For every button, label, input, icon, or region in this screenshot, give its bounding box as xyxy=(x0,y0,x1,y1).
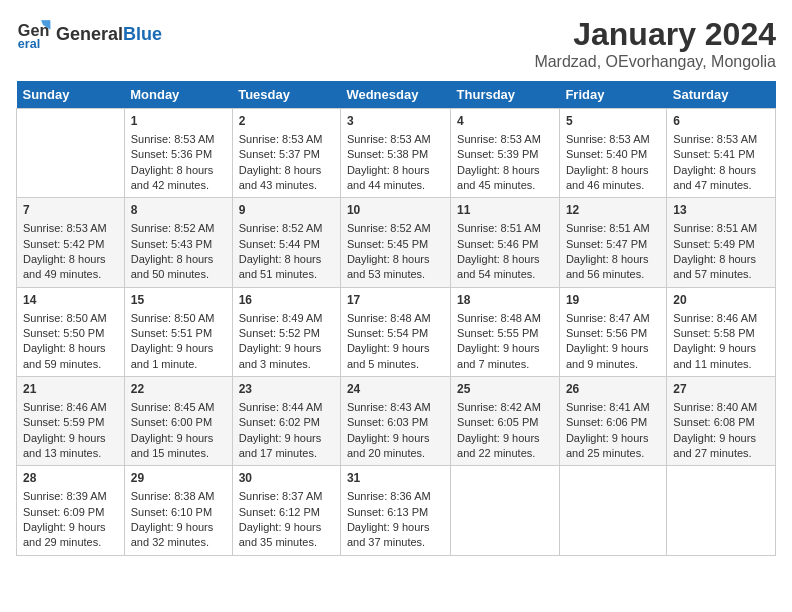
cell-info-line: Sunrise: 8:52 AM xyxy=(239,221,334,236)
calendar-cell: 14Sunrise: 8:50 AMSunset: 5:50 PMDayligh… xyxy=(17,287,125,376)
cell-info-line: Sunrise: 8:41 AM xyxy=(566,400,660,415)
calendar-header-row: SundayMondayTuesdayWednesdayThursdayFrid… xyxy=(17,81,776,109)
cell-info-line: Sunrise: 8:48 AM xyxy=(347,311,444,326)
calendar-table: SundayMondayTuesdayWednesdayThursdayFrid… xyxy=(16,81,776,556)
calendar-cell: 4Sunrise: 8:53 AMSunset: 5:39 PMDaylight… xyxy=(451,109,560,198)
logo: Gen eral General Blue xyxy=(16,16,162,52)
calendar-cell: 1Sunrise: 8:53 AMSunset: 5:36 PMDaylight… xyxy=(124,109,232,198)
day-number: 7 xyxy=(23,202,118,219)
cell-info-line: Sunset: 5:40 PM xyxy=(566,147,660,162)
cell-info-line: Sunrise: 8:53 AM xyxy=(347,132,444,147)
cell-info-line: and 15 minutes. xyxy=(131,446,226,461)
cell-info-line: and 44 minutes. xyxy=(347,178,444,193)
week-row-4: 28Sunrise: 8:39 AMSunset: 6:09 PMDayligh… xyxy=(17,466,776,555)
location-title: Mardzad, OEvorhangay, Mongolia xyxy=(534,53,776,71)
col-header-sunday: Sunday xyxy=(17,81,125,109)
calendar-cell: 21Sunrise: 8:46 AMSunset: 5:59 PMDayligh… xyxy=(17,377,125,466)
calendar-cell: 12Sunrise: 8:51 AMSunset: 5:47 PMDayligh… xyxy=(559,198,666,287)
calendar-cell: 29Sunrise: 8:38 AMSunset: 6:10 PMDayligh… xyxy=(124,466,232,555)
cell-info-line: and 17 minutes. xyxy=(239,446,334,461)
calendar-cell: 19Sunrise: 8:47 AMSunset: 5:56 PMDayligh… xyxy=(559,287,666,376)
day-number: 1 xyxy=(131,113,226,130)
col-header-friday: Friday xyxy=(559,81,666,109)
cell-info-line: and 46 minutes. xyxy=(566,178,660,193)
cell-info-line: and 35 minutes. xyxy=(239,535,334,550)
cell-info-line: Daylight: 8 hours xyxy=(23,341,118,356)
cell-info-line: Sunrise: 8:51 AM xyxy=(457,221,553,236)
cell-info-line: and 22 minutes. xyxy=(457,446,553,461)
cell-info-line: Sunset: 5:56 PM xyxy=(566,326,660,341)
day-number: 16 xyxy=(239,292,334,309)
logo-icon: Gen eral xyxy=(16,16,52,52)
calendar-cell xyxy=(559,466,666,555)
day-number: 11 xyxy=(457,202,553,219)
cell-info-line: and 32 minutes. xyxy=(131,535,226,550)
cell-info-line: Sunrise: 8:50 AM xyxy=(23,311,118,326)
day-number: 24 xyxy=(347,381,444,398)
cell-info-line: Daylight: 8 hours xyxy=(239,252,334,267)
cell-info-line: Sunrise: 8:37 AM xyxy=(239,489,334,504)
day-number: 14 xyxy=(23,292,118,309)
calendar-cell: 3Sunrise: 8:53 AMSunset: 5:38 PMDaylight… xyxy=(340,109,450,198)
day-number: 6 xyxy=(673,113,769,130)
day-number: 17 xyxy=(347,292,444,309)
logo-blue-text: Blue xyxy=(123,24,162,45)
day-number: 4 xyxy=(457,113,553,130)
cell-info-line: Sunrise: 8:39 AM xyxy=(23,489,118,504)
cell-info-line: and 3 minutes. xyxy=(239,357,334,372)
cell-info-line: Sunset: 5:41 PM xyxy=(673,147,769,162)
calendar-cell: 6Sunrise: 8:53 AMSunset: 5:41 PMDaylight… xyxy=(667,109,776,198)
calendar-cell: 11Sunrise: 8:51 AMSunset: 5:46 PMDayligh… xyxy=(451,198,560,287)
cell-info-line: Sunrise: 8:47 AM xyxy=(566,311,660,326)
cell-info-line: Daylight: 8 hours xyxy=(347,163,444,178)
day-number: 30 xyxy=(239,470,334,487)
cell-info-line: Sunrise: 8:44 AM xyxy=(239,400,334,415)
cell-info-line: Daylight: 9 hours xyxy=(566,431,660,446)
calendar-cell xyxy=(667,466,776,555)
cell-info-line: Sunset: 6:05 PM xyxy=(457,415,553,430)
calendar-cell: 10Sunrise: 8:52 AMSunset: 5:45 PMDayligh… xyxy=(340,198,450,287)
day-number: 3 xyxy=(347,113,444,130)
calendar-cell: 31Sunrise: 8:36 AMSunset: 6:13 PMDayligh… xyxy=(340,466,450,555)
cell-info-line: Sunrise: 8:52 AM xyxy=(131,221,226,236)
cell-info-line: and 51 minutes. xyxy=(239,267,334,282)
calendar-cell: 9Sunrise: 8:52 AMSunset: 5:44 PMDaylight… xyxy=(232,198,340,287)
cell-info-line: and 5 minutes. xyxy=(347,357,444,372)
cell-info-line: Daylight: 9 hours xyxy=(131,341,226,356)
day-number: 13 xyxy=(673,202,769,219)
cell-info-line: Sunset: 5:51 PM xyxy=(131,326,226,341)
cell-info-line: Sunrise: 8:38 AM xyxy=(131,489,226,504)
cell-info-line: Sunrise: 8:49 AM xyxy=(239,311,334,326)
calendar-cell: 16Sunrise: 8:49 AMSunset: 5:52 PMDayligh… xyxy=(232,287,340,376)
cell-info-line: Sunrise: 8:51 AM xyxy=(673,221,769,236)
day-number: 26 xyxy=(566,381,660,398)
cell-info-line: Daylight: 9 hours xyxy=(673,341,769,356)
cell-info-line: Sunrise: 8:53 AM xyxy=(239,132,334,147)
logo-general-text: General xyxy=(56,24,123,45)
month-title: January 2024 xyxy=(534,16,776,53)
cell-info-line: Sunset: 5:44 PM xyxy=(239,237,334,252)
cell-info-line: Daylight: 8 hours xyxy=(457,163,553,178)
cell-info-line: Sunrise: 8:53 AM xyxy=(566,132,660,147)
cell-info-line: Sunset: 6:09 PM xyxy=(23,505,118,520)
cell-info-line: Daylight: 8 hours xyxy=(673,252,769,267)
cell-info-line: and 42 minutes. xyxy=(131,178,226,193)
cell-info-line: and 1 minute. xyxy=(131,357,226,372)
cell-info-line: and 45 minutes. xyxy=(457,178,553,193)
col-header-monday: Monday xyxy=(124,81,232,109)
cell-info-line: Daylight: 9 hours xyxy=(347,341,444,356)
cell-info-line: Sunset: 5:59 PM xyxy=(23,415,118,430)
cell-info-line: Daylight: 9 hours xyxy=(23,520,118,535)
cell-info-line: Sunrise: 8:50 AM xyxy=(131,311,226,326)
cell-info-line: Daylight: 8 hours xyxy=(566,252,660,267)
cell-info-line: Sunset: 5:38 PM xyxy=(347,147,444,162)
cell-info-line: Daylight: 8 hours xyxy=(347,252,444,267)
cell-info-line: Sunrise: 8:53 AM xyxy=(131,132,226,147)
cell-info-line: Daylight: 9 hours xyxy=(457,341,553,356)
day-number: 20 xyxy=(673,292,769,309)
calendar-cell: 25Sunrise: 8:42 AMSunset: 6:05 PMDayligh… xyxy=(451,377,560,466)
cell-info-line: Sunrise: 8:53 AM xyxy=(23,221,118,236)
cell-info-line: Sunset: 5:50 PM xyxy=(23,326,118,341)
col-header-wednesday: Wednesday xyxy=(340,81,450,109)
header: Gen eral General Blue January 2024 Mardz… xyxy=(16,16,776,71)
